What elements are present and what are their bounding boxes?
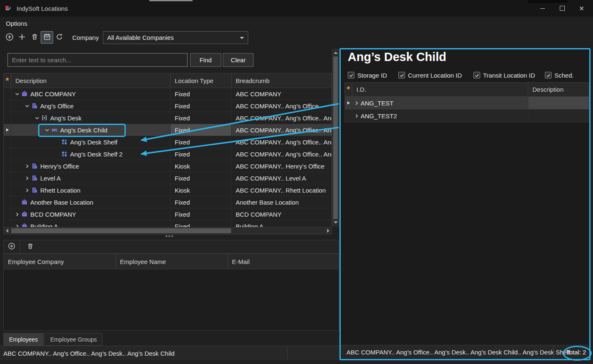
add-child-button[interactable] (16, 31, 28, 44)
external-window-artifact (149, 0, 193, 1)
expander-right-icon[interactable] (13, 224, 21, 227)
toolbar-separator (20, 240, 20, 253)
id-row[interactable]: ANG_TEST (344, 97, 589, 110)
find-button[interactable]: Find (190, 53, 221, 67)
location-label: ABC COMPANY (30, 90, 76, 98)
breadcrumb-cell: ABC COMPANY.. Ang’s Office.. Ang’s De (232, 148, 332, 160)
close-icon: × (579, 4, 584, 12)
clear-button[interactable]: Clear (223, 53, 254, 67)
breadcrumb-cell: ABC COMPANY.. Ang’s Office.. Ang’s De (232, 136, 332, 148)
delete-employee-button[interactable] (25, 242, 36, 252)
location-label: Ang’s Desk Shelf (70, 139, 117, 146)
checkbox-current-location-id[interactable]: Current Location ID (398, 71, 462, 79)
location-row[interactable]: Ang’s Desk Shelf 2FixedABC COMPANY.. Ang… (4, 148, 332, 160)
expander-right-icon[interactable] (23, 164, 31, 169)
checkbox-box-icon[interactable] (473, 72, 480, 78)
checkbox-box-icon[interactable] (545, 72, 552, 78)
add-employee-button[interactable] (6, 242, 17, 252)
calendar-toggle-button[interactable] (41, 31, 53, 44)
location-type-cell: Fixed (171, 112, 232, 124)
location-row[interactable]: Ang’s Desk ChildFixedABC COMPANY.. Ang’s… (4, 124, 332, 136)
location-type-cell: Kiosk (171, 160, 232, 172)
expander-down-icon[interactable] (43, 127, 51, 133)
company-dropdown[interactable]: All Available Companies (103, 31, 248, 44)
refresh-button[interactable] (53, 31, 66, 44)
checkbox-box-icon[interactable] (348, 72, 354, 78)
employee-grid-header: Employee Company Employee Name E-Mail (3, 254, 339, 269)
description-cell: Building A (11, 220, 171, 227)
scroll-down-icon[interactable] (334, 221, 338, 224)
add-circle-icon (8, 242, 15, 251)
breadcrumb-cell: ABC COMPANY.. Ang’s Office (232, 100, 332, 112)
vertical-scrollbar-thumb[interactable] (333, 56, 338, 219)
company-label: Company (72, 34, 99, 41)
checkbox-storage-id[interactable]: Storage ID (348, 71, 387, 79)
location-label: Ang’s Desk Child (60, 127, 107, 134)
tab-employee-groups[interactable]: Employee Groups (44, 333, 102, 346)
breadcrumb-cell: ABC COMPANY.. Ang’s Office.. Ang’s De (232, 124, 332, 136)
trash-icon (27, 242, 34, 251)
expander-right-icon[interactable] (352, 100, 361, 106)
location-row[interactable]: Building AFixedBuilding A (4, 220, 332, 227)
location-row[interactable]: ABC COMPANYFixedABC COMPANY (4, 88, 332, 100)
add-location-button[interactable] (3, 31, 16, 44)
search-input[interactable] (7, 53, 188, 67)
checkbox-box-icon[interactable] (398, 72, 405, 78)
scroll-right-icon[interactable] (327, 229, 329, 233)
checkbox-sched[interactable]: Sched. (545, 71, 574, 79)
delete-location-button[interactable] (28, 31, 41, 44)
column-header-employee-company[interactable]: Employee Company (4, 254, 116, 269)
column-header-description[interactable]: Description (11, 73, 171, 88)
main-toolbar: Company All Available Companies (3, 30, 248, 44)
company-icon (21, 90, 28, 97)
app-window: IndySoft Locations × Options Company All (0, 0, 593, 364)
expander-right-icon[interactable] (23, 188, 31, 193)
breadcrumb-cell: ABC COMPANY.. Rhett Location (232, 184, 332, 196)
description-cell: Another Base Location (11, 196, 171, 208)
plus-icon (18, 33, 26, 42)
expander-down-icon[interactable] (23, 103, 31, 109)
location-row[interactable]: Another Base LocationFixedAnother Base L… (4, 196, 332, 208)
panel-splitter[interactable]: ••• (0, 235, 339, 240)
company-icon (21, 199, 28, 205)
tab-employees[interactable]: Employees (3, 333, 44, 346)
location-row[interactable]: Ang’s DeskFixedABC COMPANY.. Ang’s Offic… (4, 112, 332, 124)
checkbox-transit-location-id[interactable]: Transit Location ID (473, 71, 535, 79)
expander-right-icon[interactable] (352, 113, 361, 119)
id-label: ANG_TEST (361, 100, 393, 107)
expander-down-icon[interactable] (13, 91, 21, 97)
location-row[interactable]: Rhett LocationKioskABC COMPANY.. Rhett L… (4, 184, 332, 196)
description-cell (528, 110, 589, 122)
column-header-id[interactable]: I.D. (352, 83, 528, 96)
vertical-scrollbar[interactable] (332, 49, 339, 226)
detail-grid-header: * I.D. Description (344, 82, 589, 97)
column-header-email[interactable]: E-Mail (228, 254, 339, 269)
id-row[interactable]: ANG_TEST2 (344, 110, 589, 122)
column-header-description[interactable]: Description (528, 83, 589, 96)
location-row[interactable]: Ang’s OfficeFixedABC COMPANY.. Ang’s Off… (4, 100, 332, 112)
description-cell: BCD COMPANY (11, 208, 171, 220)
row-indicator-cell (4, 148, 11, 160)
column-header-employee-name[interactable]: Employee Name (116, 254, 228, 269)
column-header-location-type[interactable]: Location Type (171, 73, 232, 88)
breadcrumb-cell: ABC COMPANY.. Henry’s Office (232, 160, 332, 172)
location-row[interactable]: BCD COMPANYFixedBCD COMPANY (4, 208, 332, 220)
status-separator (553, 345, 554, 359)
checkbox-label: Current Location ID (408, 72, 462, 79)
current-row-arrow-icon (6, 128, 9, 132)
location-row[interactable]: Level AFixedABC COMPANY.. Level A (4, 172, 332, 184)
expander-down-icon[interactable] (33, 115, 41, 121)
close-button[interactable]: × (572, 0, 591, 17)
location-row[interactable]: Henry’s OfficeKioskABC COMPANY.. Henry’s… (4, 160, 332, 172)
menu-options[interactable]: Options (0, 20, 33, 27)
description-cell: Ang’s Desk Shelf (11, 136, 171, 148)
office-icon (31, 163, 38, 169)
scroll-up-icon[interactable] (334, 51, 338, 54)
location-row[interactable]: Ang’s Desk ShelfFixedABC COMPANY.. Ang’s… (4, 136, 332, 148)
horizontal-scrollbar-thumb[interactable] (11, 228, 231, 233)
row-indicator-cell (4, 124, 11, 136)
column-header-breadcrumb[interactable]: Breadcrumb (232, 73, 332, 88)
expander-right-icon[interactable] (13, 212, 21, 217)
scroll-left-icon[interactable] (6, 229, 8, 233)
expander-right-icon[interactable] (23, 176, 31, 181)
